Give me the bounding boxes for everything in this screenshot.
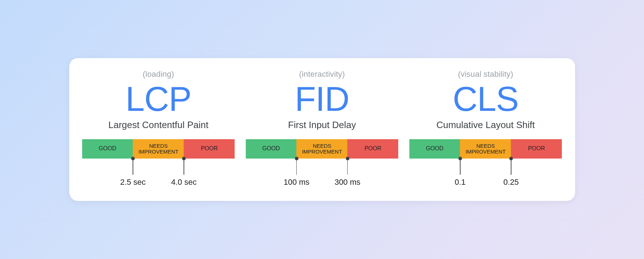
- segment-good: GOOD: [82, 139, 133, 159]
- tick-dot-icon: [182, 157, 185, 160]
- segment-good: GOOD: [409, 139, 460, 159]
- segment-needs-line2: IMPROVEMENT: [466, 149, 506, 155]
- tick-value: 100 ms: [283, 178, 309, 187]
- segment-needs-improvement: NEEDS IMPROVEMENT: [296, 139, 347, 159]
- threshold-bar: GOOD NEEDS IMPROVEMENT POOR: [82, 139, 235, 159]
- tick-low: 100 ms: [283, 157, 309, 187]
- segment-good: GOOD: [246, 139, 297, 159]
- segment-poor: POOR: [184, 139, 235, 159]
- tick-low: 0.1: [455, 157, 466, 187]
- segment-needs-line2: IMPROVEMENT: [302, 149, 342, 155]
- tick-high: 300 ms: [334, 157, 360, 187]
- segment-needs-line1: NEEDS: [313, 143, 332, 149]
- metric-category: (visual stability): [458, 70, 513, 79]
- tick-dot-icon: [295, 157, 298, 160]
- metric-lcp: (loading) LCP Largest Contentful Paint G…: [82, 70, 235, 184]
- tick-dot-icon: [131, 157, 135, 160]
- tick-stem-icon: [511, 160, 512, 175]
- tick-value: 4.0 sec: [171, 178, 197, 187]
- tick-stem-icon: [184, 160, 184, 175]
- segment-needs-line2: IMPROVEMENT: [138, 149, 179, 155]
- threshold-bar: GOOD NEEDS IMPROVEMENT POOR: [409, 139, 562, 159]
- metric-category: (interactivity): [299, 70, 345, 79]
- tick-high: 4.0 sec: [171, 157, 197, 187]
- segment-needs-line1: NEEDS: [149, 143, 168, 149]
- tick-stem-icon: [347, 160, 348, 175]
- tick-dot-icon: [458, 157, 462, 160]
- segment-poor: POOR: [511, 139, 562, 159]
- metric-abbr: CLS: [453, 81, 519, 117]
- tick-value: 2.5 sec: [120, 178, 146, 187]
- metric-fullname: First Input Delay: [288, 119, 356, 131]
- threshold-ticks: 0.1 0.25: [409, 159, 562, 184]
- segment-needs-improvement: NEEDS IMPROVEMENT: [133, 139, 184, 159]
- tick-dot-icon: [509, 157, 513, 160]
- metric-category: (loading): [143, 70, 174, 79]
- metric-abbr: LCP: [126, 81, 192, 117]
- metric-fid: (interactivity) FID First Input Delay GO…: [246, 70, 399, 184]
- tick-value: 300 ms: [334, 178, 360, 187]
- segment-needs-line1: NEEDS: [476, 143, 495, 149]
- metric-abbr: FID: [295, 81, 349, 117]
- tick-stem-icon: [460, 160, 461, 175]
- tick-stem-icon: [296, 160, 297, 175]
- segment-needs-improvement: NEEDS IMPROVEMENT: [460, 139, 511, 159]
- tick-value: 0.25: [503, 178, 519, 187]
- metric-fullname: Cumulative Layout Shift: [436, 119, 535, 131]
- tick-value: 0.1: [455, 178, 466, 187]
- tick-low: 2.5 sec: [120, 157, 146, 187]
- metric-cls: (visual stability) CLS Cumulative Layout…: [409, 70, 562, 184]
- threshold-ticks: 2.5 sec 4.0 sec: [82, 159, 235, 184]
- threshold-bar: GOOD NEEDS IMPROVEMENT POOR: [246, 139, 399, 159]
- threshold-ticks: 100 ms 300 ms: [246, 159, 399, 184]
- core-web-vitals-card: (loading) LCP Largest Contentful Paint G…: [69, 58, 575, 201]
- tick-stem-icon: [133, 160, 133, 175]
- tick-high: 0.25: [503, 157, 519, 187]
- segment-poor: POOR: [347, 139, 398, 159]
- tick-dot-icon: [345, 157, 349, 160]
- metric-fullname: Largest Contentful Paint: [108, 119, 208, 131]
